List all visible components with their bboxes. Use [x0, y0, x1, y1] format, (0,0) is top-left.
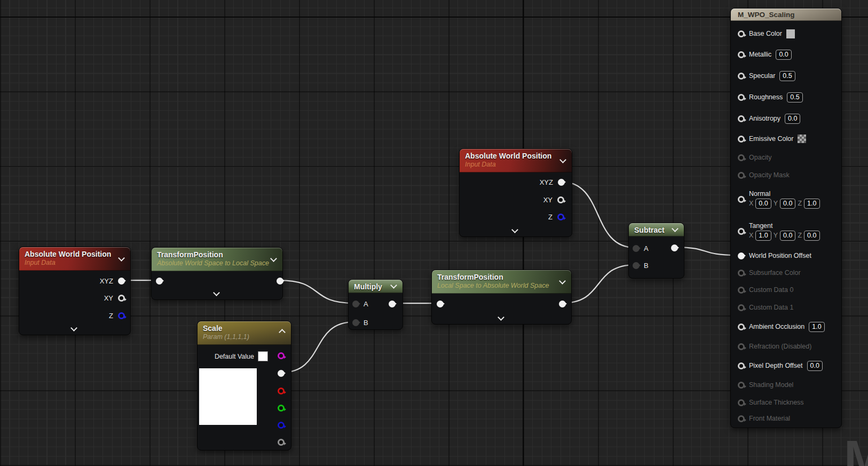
node-material-result[interactable]: M_WPO_ScalingBase ColorMetallic0.0Specul… [730, 8, 842, 428]
material-pin-row-tangent: TangentX1.0Y0.0Z0.0 [738, 220, 839, 242]
collapse-chevron-down-icon[interactable] [672, 225, 678, 232]
node-transform-position-2[interactable]: TransformPositionLocal Space to Absolute… [431, 270, 572, 325]
pin-subtract-out[interactable] [671, 244, 678, 251]
node-absolute-world-position-1[interactable]: Absolute World PositionInput DataXYZXYZ [19, 247, 131, 335]
node-header-scale-param[interactable]: ScaleParam (1,1,1,1) [198, 321, 291, 345]
node-header-subtract[interactable]: Subtract [629, 223, 684, 236]
material-input-pin[interactable] [738, 270, 745, 277]
material-input-pin[interactable] [738, 252, 745, 259]
material-pin-row-world-position-offset: World Position Offset [738, 250, 839, 262]
pin-transform-position-2-in[interactable] [437, 301, 444, 307]
default-value-box[interactable]: 0.5 [779, 71, 795, 81]
default-value-box[interactable]: 0.0 [807, 361, 823, 371]
pin-scale-param-r[interactable] [278, 388, 285, 394]
material-pin-row-opacity: Opacity [738, 152, 839, 163]
node-scale-param[interactable]: ScaleParam (1,1,1,1)Default Value [197, 321, 291, 451]
node-header-transform-position-2[interactable]: TransformPositionLocal Space to Absolute… [432, 270, 571, 294]
base-color-swatch[interactable] [786, 29, 795, 38]
default-value-box[interactable]: 0.5 [787, 92, 802, 102]
pin-absolute-world-position-2-xyz[interactable] [558, 179, 565, 186]
pin-subtract-b[interactable] [633, 262, 640, 269]
material-graph-canvas[interactable]: Absolute World PositionInput DataXYZXYZT… [0, 0, 868, 466]
pin-multiply-out[interactable] [389, 301, 396, 307]
pin-absolute-world-position-1-xy[interactable] [118, 295, 125, 302]
pin-multiply-b[interactable] [352, 319, 359, 326]
node-subtract[interactable]: SubtractAB [628, 223, 684, 279]
default-value-box[interactable]: 1.0 [809, 322, 824, 332]
pin-absolute-world-position-1-xyz[interactable] [118, 278, 125, 285]
pin-transform-position-1-in[interactable] [156, 278, 163, 285]
vector-value-z[interactable]: 1.0 [804, 199, 819, 209]
node-header-absolute-world-position-1[interactable]: Absolute World PositionInput Data [19, 247, 130, 271]
collapse-chevron-down-icon[interactable] [559, 278, 566, 285]
material-pin-row-specular: Specular0.5 [738, 70, 839, 82]
pin-transform-position-1-out[interactable] [277, 278, 283, 285]
wire-1[interactable] [279, 280, 354, 303]
material-pin-label: Subsurface Color [749, 269, 801, 277]
vector-value-y[interactable]: 0.0 [780, 231, 795, 241]
material-input-pin[interactable] [738, 196, 745, 203]
pin-subtract-a[interactable] [633, 245, 640, 252]
wire-2[interactable] [281, 322, 354, 373]
material-pin-label: Metallic [749, 51, 771, 58]
node-multiply[interactable]: MultiplyAB [348, 279, 403, 330]
pin-transform-position-2-out[interactable] [559, 301, 566, 307]
pin-label-a: A [644, 244, 649, 252]
vector-value-z[interactable]: 0.0 [804, 231, 819, 241]
pin-multiply-a[interactable] [352, 301, 359, 307]
vector-values: X0.0Y0.0Z1.0 [749, 199, 820, 209]
node-header-absolute-world-position-2[interactable]: Absolute World PositionInput Data [460, 149, 572, 172]
material-input-pin[interactable] [738, 415, 745, 422]
material-input-pin[interactable] [738, 382, 745, 389]
node-header-transform-position-1[interactable]: TransformPositionAbsolute World Space to… [152, 248, 282, 271]
node-transform-position-1[interactable]: TransformPositionAbsolute World Space to… [151, 247, 283, 300]
expand-chevron-down-icon[interactable] [70, 325, 77, 331]
pin-label-z: Z [109, 312, 113, 320]
pin-scale-param-rgba[interactable] [278, 352, 285, 359]
collapse-chevron-down-icon[interactable] [390, 282, 397, 289]
material-input-pin[interactable] [738, 115, 745, 122]
collapse-chevron-up-icon[interactable] [279, 329, 286, 336]
material-input-pin[interactable] [738, 343, 745, 350]
material-input-pin[interactable] [738, 154, 745, 161]
material-input-pin[interactable] [738, 228, 745, 235]
material-input-pin[interactable] [738, 323, 745, 330]
expand-chevron-down-icon[interactable] [213, 289, 220, 296]
pin-scale-param-rgb[interactable] [278, 370, 285, 377]
material-input-pin[interactable] [738, 30, 745, 37]
expand-chevron-down-icon[interactable] [498, 314, 504, 321]
pin-scale-param-g[interactable] [278, 405, 285, 412]
vector-values: X1.0Y0.0Z0.0 [749, 231, 820, 241]
pin-absolute-world-position-2-z[interactable] [557, 214, 564, 220]
material-pin-row-custom-data-1: Custom Data 1 [738, 302, 839, 313]
wire-4[interactable] [562, 265, 635, 303]
collapse-chevron-down-icon[interactable] [559, 156, 566, 163]
expand-chevron-down-icon[interactable] [511, 226, 518, 233]
material-input-pin[interactable] [738, 304, 745, 311]
collapse-chevron-down-icon[interactable] [118, 255, 125, 262]
vector-value-x[interactable]: 1.0 [755, 231, 771, 241]
pin-absolute-world-position-1-z[interactable] [118, 312, 125, 319]
default-value-color-swatch[interactable] [258, 351, 268, 361]
default-value-box[interactable]: 0.0 [776, 50, 791, 60]
material-input-pin[interactable] [738, 51, 745, 58]
pin-scale-param-b[interactable] [278, 422, 285, 429]
default-value-box[interactable]: 0.0 [785, 114, 800, 124]
pin-label-z: Z [548, 213, 553, 221]
material-input-pin[interactable] [738, 399, 745, 406]
pin-absolute-world-position-2-xy[interactable] [557, 196, 564, 203]
material-input-pin[interactable] [738, 172, 745, 179]
material-input-pin[interactable] [738, 73, 745, 80]
material-input-pin[interactable] [738, 362, 745, 369]
node-header-multiply[interactable]: Multiply [349, 280, 403, 293]
node-absolute-world-position-2[interactable]: Absolute World PositionInput DataXYZXYZ [459, 148, 572, 237]
material-input-pin[interactable] [738, 136, 745, 143]
material-input-pin[interactable] [738, 94, 745, 101]
vector-value-x[interactable]: 0.0 [755, 199, 771, 209]
material-input-pin[interactable] [738, 287, 745, 294]
vector-value-y[interactable]: 0.0 [780, 199, 795, 209]
emissive-color-swatch[interactable] [798, 135, 806, 143]
collapse-chevron-down-icon[interactable] [270, 255, 277, 262]
material-pin-label: Opacity Mask [749, 171, 790, 179]
pin-scale-param-a[interactable] [278, 439, 285, 446]
